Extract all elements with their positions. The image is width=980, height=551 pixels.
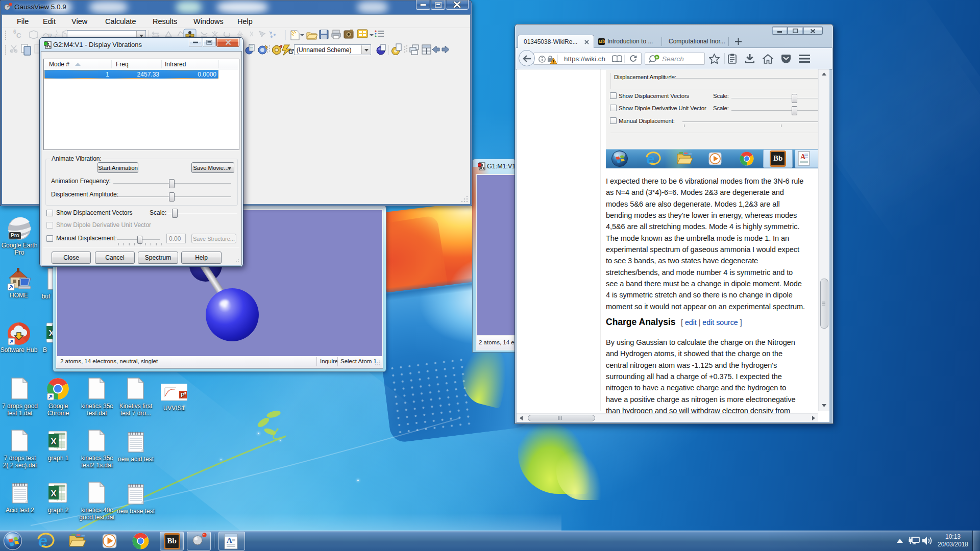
svg-text:C: C (16, 32, 21, 39)
svg-text:A: A (227, 536, 232, 544)
svg-text:P: P (181, 392, 184, 398)
